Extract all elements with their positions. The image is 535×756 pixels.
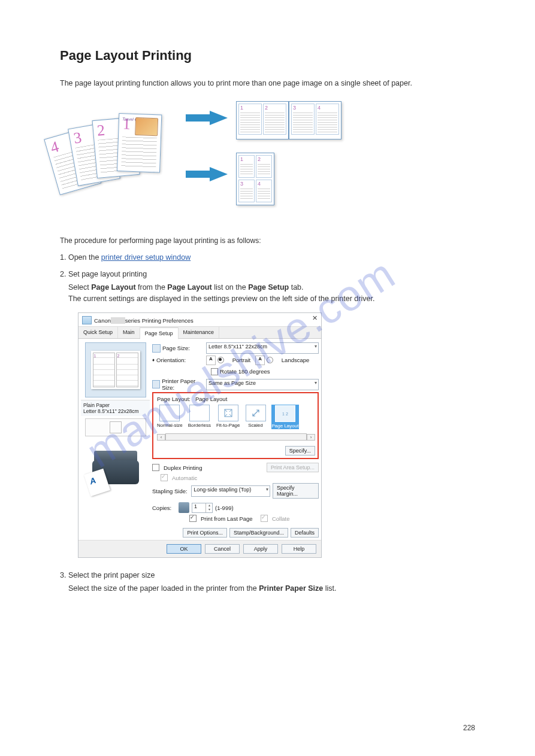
page-content: Page Layout Printing The page layout pri…: [0, 0, 535, 594]
portrait-label: Portrait: [232, 357, 251, 363]
page-size-select[interactable]: Letter 8.5"x11" 22x28cm: [206, 342, 319, 354]
step-1-number: 1.: [60, 253, 66, 262]
arrow-icon: [186, 111, 228, 125]
layout-options: Normal-size Borderless Fit-to-Page Scale…: [157, 405, 315, 429]
dialog-title-prefix: Canon: [94, 317, 111, 324]
highlighted-page-layout-area: Page Layout: Page Layout Normal-size Bor…: [152, 392, 319, 459]
svg-marker-1: [186, 167, 228, 181]
page-layout-caption: Page Layout:: [157, 396, 191, 402]
print-options-button[interactable]: Print Options...: [183, 528, 227, 538]
layout-sheet-4up: 1 2 3 4: [236, 153, 274, 205]
printer-illustration: [84, 440, 147, 494]
layout-borderless[interactable]: Borderless: [188, 405, 211, 429]
step-3-body: Select the size of the paper loaded in t…: [68, 583, 475, 594]
tab-main[interactable]: Main: [118, 327, 140, 338]
stapling-side-label: Stapling Side:: [152, 488, 189, 494]
layout-scrollbar[interactable]: ‹›: [157, 433, 315, 441]
step-1-text-a: Open the: [68, 253, 101, 262]
layout-page-layout[interactable]: 1 2Page Layout: [271, 405, 300, 429]
collate-checkbox: [261, 515, 268, 522]
step-2-number: 2.: [60, 270, 66, 278]
step-2: 2. Set page layout printing: [60, 270, 475, 278]
layout-scaled[interactable]: Scaled: [246, 405, 266, 429]
procedure-label: The procedure for performing page layout…: [60, 236, 475, 245]
step-2-body: Select Page Layout from the Page Layout …: [68, 282, 475, 305]
step-3-heading: Select the print paper size: [68, 571, 155, 579]
settings-preview: 1 2: [85, 342, 146, 397]
printer-paper-icon: [152, 380, 160, 388]
apply-button[interactable]: Apply: [243, 544, 278, 554]
automatic-checkbox: [161, 474, 168, 481]
tab-quick-setup[interactable]: Quick Setup: [78, 327, 118, 338]
page-number: 228: [463, 724, 475, 732]
stapling-side-select[interactable]: Long-side stapling (Top): [191, 485, 270, 497]
cancel-button[interactable]: Cancel: [205, 544, 240, 554]
step-2-heading: Set page layout printing: [68, 270, 147, 278]
collate-label: Collate: [272, 515, 290, 522]
page-title: Page Layout Printing: [60, 48, 475, 63]
intro-text: The page layout printing function allows…: [60, 78, 475, 89]
tab-page-setup[interactable]: Page Setup: [140, 327, 179, 339]
page-size-icon: [152, 344, 161, 353]
step-3: 3. Select the print paper size: [60, 571, 475, 579]
copies-range: (1-999): [215, 505, 234, 511]
color-swatch-box: [85, 418, 146, 436]
layout-normal-size[interactable]: Normal-size: [157, 405, 183, 429]
specify-margin-button[interactable]: Specify Margin...: [273, 483, 319, 499]
copies-icon: [179, 502, 189, 513]
printer-driver-link[interactable]: printer driver setup window: [101, 253, 191, 262]
dialog-left-panel: 1 2 Plain Paper Letter 8.5"x11" 22x28cm: [81, 341, 150, 538]
layout-fit-to-page[interactable]: Fit-to-Page: [216, 405, 240, 429]
rotate-label: Rotate 180 degrees: [220, 368, 270, 375]
svg-marker-0: [186, 111, 228, 125]
page-size-label: Page Size:: [162, 345, 190, 351]
landscape-label: Landscape: [282, 357, 309, 363]
print-last-checkbox[interactable]: [189, 515, 197, 522]
dialog-title-suffix: series Printing Preferences: [125, 317, 194, 324]
automatic-label: Automatic: [172, 475, 197, 481]
duplex-label: Duplex Printing: [164, 464, 202, 471]
printer-icon: [82, 316, 92, 324]
ok-button[interactable]: OK: [167, 544, 201, 554]
duplex-checkbox[interactable]: [152, 464, 159, 471]
printer-paper-size-label: Printer Paper Size:: [162, 378, 206, 391]
arrow-icon: [186, 167, 228, 181]
page-layout-current: Page Layout: [195, 396, 227, 402]
specify-button[interactable]: Specify...: [285, 446, 315, 456]
landscape-radio[interactable]: [267, 357, 273, 363]
dialog-right-panel: Page Size: Letter 8.5"x11" 22x28cm ♦ Ori…: [150, 341, 319, 538]
portrait-radio[interactable]: [217, 357, 224, 363]
printing-preferences-dialog: Canon xxxxx series Printing Preferences …: [78, 312, 321, 558]
orientation-label: Orientation:: [156, 357, 186, 363]
dialog-button-bar: OK Cancel Apply Help: [78, 540, 321, 557]
layout-sheet-2up-a: 1 2: [236, 101, 289, 139]
print-area-setup-button[interactable]: Print Area Setup...: [267, 463, 319, 472]
close-button[interactable]: ✕: [310, 314, 319, 323]
print-last-label: Print from Last Page: [201, 515, 253, 522]
rotate-checkbox[interactable]: [211, 368, 218, 375]
step-3-number: 3.: [60, 571, 66, 579]
defaults-button[interactable]: Defaults: [291, 528, 319, 538]
dialog-tabs: Quick Setup Main Page Setup Maintenance: [78, 327, 321, 339]
help-button[interactable]: Help: [282, 544, 316, 554]
copies-label: Copies:: [152, 505, 176, 511]
illustration-area: 4 3 2 1Travel Guide 1 2 3 4 1 2 3 4: [60, 101, 475, 221]
dialog-titlebar: Canon xxxxx series Printing Preferences …: [78, 313, 321, 327]
step-1: 1. Open the printer driver setup window: [60, 253, 475, 262]
paper-info: Plain Paper Letter 8.5"x11" 22x28cm: [81, 400, 150, 416]
printer-paper-size-select[interactable]: Same as Page Size: [206, 379, 319, 390]
layout-sheet-2up-b: 3 4: [289, 101, 341, 139]
stamp-background-button[interactable]: Stamp/Background...: [229, 528, 288, 538]
copies-input[interactable]: 1▴▾: [192, 503, 213, 513]
tab-maintenance[interactable]: Maintenance: [179, 327, 220, 338]
source-pages-fan: 4 3 2 1Travel Guide: [60, 113, 174, 203]
